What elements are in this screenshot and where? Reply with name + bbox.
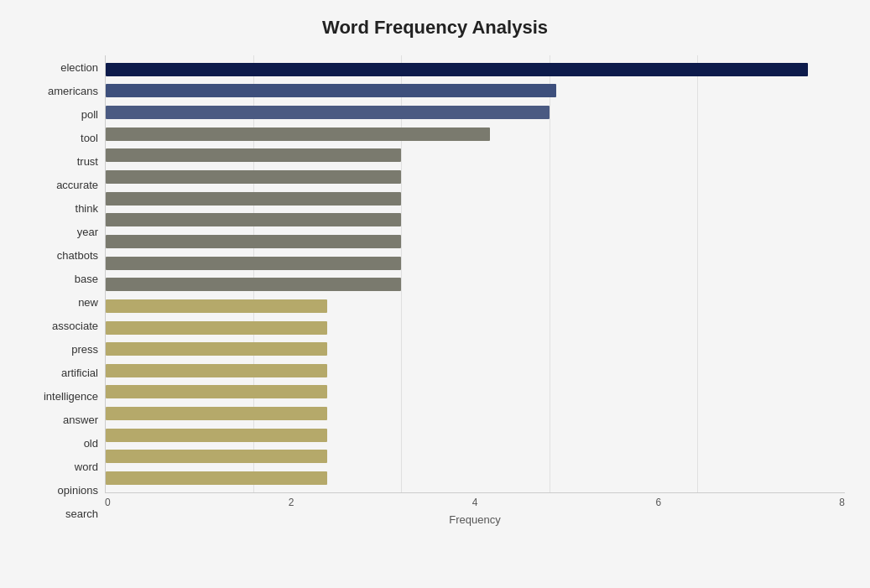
y-label: artificial [25,364,98,382]
bar-row [106,61,845,78]
y-label: old [25,434,98,453]
bar-row [106,82,845,99]
y-label: tool [25,128,98,147]
bars-section [105,55,845,493]
chart-area: electionamericanspolltooltrustaccurateth… [25,55,845,526]
bar-row [106,362,845,379]
bar-row [106,405,845,422]
bar-row [106,276,845,293]
y-label: search [25,505,98,523]
x-tick: 4 [472,497,478,508]
bar-row [106,383,845,400]
bars-and-x: 02468 Frequency [105,55,845,526]
y-label: intelligence [25,388,98,406]
bar-row [106,298,845,315]
bar-row [106,233,845,250]
bar-row [106,255,845,272]
bar [106,429,327,442]
x-tick: 0 [105,497,111,508]
bar [106,148,401,162]
chart-container: Word Frequency Analysis electionamerican… [0,0,870,588]
bar-row [106,470,845,487]
y-label: opinions [25,481,98,500]
bar [106,84,556,97]
bars-list [106,55,845,492]
bar [106,321,327,335]
bar [106,364,327,377]
y-label: chatbots [25,246,98,264]
bar [106,63,808,76]
y-label: answer [25,411,98,429]
y-label: think [25,199,98,217]
y-label: election [25,58,98,76]
bar [106,106,550,119]
bar [106,450,327,463]
y-label: poll [25,105,98,123]
bar-row [106,427,845,444]
y-label: year [25,222,98,241]
x-tick: 2 [289,497,294,508]
bar-row [106,448,845,465]
y-label: word [25,458,98,476]
x-ticks: 02468 [105,497,845,508]
bar [106,299,327,313]
bar-row [106,126,845,143]
bar [106,342,327,356]
bar [106,192,401,206]
bar [106,170,401,184]
y-axis: electionamericanspolltooltrustaccurateth… [25,55,105,526]
x-tick: 8 [839,497,845,508]
chart-title: Word Frequency Analysis [25,17,845,39]
y-label: new [25,293,98,311]
bar-row [106,104,845,121]
bar [106,235,401,248]
bar [106,471,327,485]
y-label: accurate [25,175,98,194]
bar-row [106,147,845,164]
bar [106,278,401,291]
y-label: press [25,341,98,359]
bar-row [106,211,845,228]
bar-row [106,169,845,185]
x-axis-label: Frequency [105,513,845,526]
bar [106,385,327,398]
bar-row [106,341,845,357]
bar [106,213,401,226]
y-label: associate [25,317,98,336]
bar-row [106,320,845,336]
y-label: base [25,269,98,288]
x-tick: 6 [655,497,661,508]
y-label: americans [25,81,98,100]
bar-row [106,190,845,207]
bar [106,257,401,270]
x-axis: 02468 Frequency [105,497,845,526]
bar [106,407,327,420]
bar [106,127,490,141]
y-label: trust [25,152,98,170]
